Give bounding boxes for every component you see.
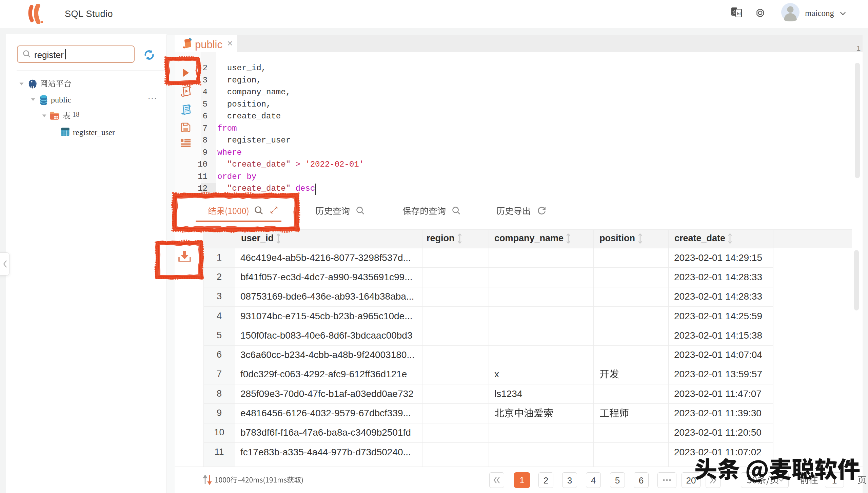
svg-text:En: En (737, 11, 742, 16)
